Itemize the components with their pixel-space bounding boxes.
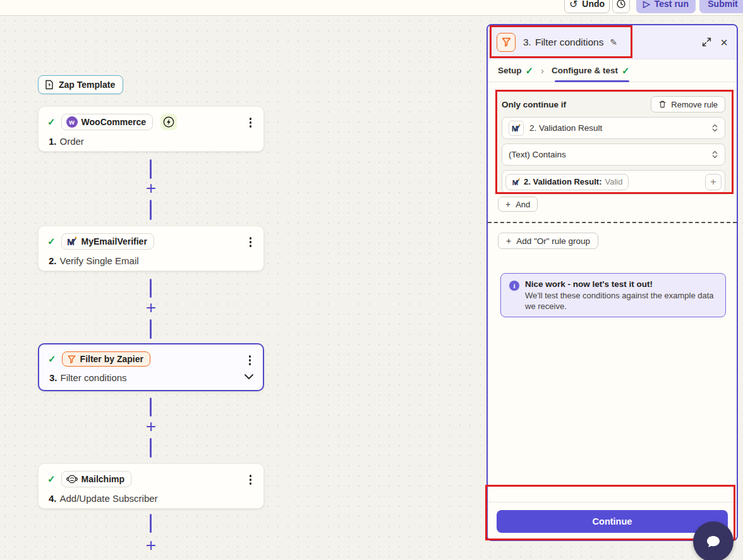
filter-funnel-icon [67,355,76,364]
app-pill-label: MyEmailVerifier [82,236,147,247]
app-pill-myemailverifier[interactable]: M MyEmailVerifier [61,233,154,250]
app-pill-filter-by-zapier[interactable]: Filter by Zapier [62,351,150,367]
tab-setup[interactable]: Setup ✓ [498,65,533,76]
operator-select-value: (Text) Contains [509,150,566,159]
test-run-label: Test run [655,0,689,9]
lightning-icon [162,116,175,128]
panel-body: Only continue if Remove rule M 2. Va [488,82,737,502]
history-button[interactable] [612,0,630,13]
tab-setup-label: Setup [498,66,522,75]
collapse-step-button[interactable] [244,371,254,382]
zap-template-button[interactable]: Zap Template [38,75,123,94]
add-or-rule-group-button[interactable]: + Add "Or" rule group [498,233,598,249]
connector-line [150,514,152,533]
field-select[interactable]: M 2. Validation Result [502,117,725,139]
myemailverifier-logo-icon: M [512,178,521,186]
tab-configure-test[interactable]: Configure & test ✓ [552,65,630,76]
step-title: Verify Single Email [60,255,139,266]
step-title: Order [60,136,84,147]
connector-line [150,319,152,339]
expand-panel-button[interactable] [699,35,714,49]
chip-value: Valid [605,177,623,186]
panel-title: 3. Filter conditions ✎ [523,37,617,48]
submit-label: Submit [708,0,737,9]
step-card-4-add-subscriber[interactable]: ✓ Mailchimp 4.Add/Update Subscriber [38,463,264,509]
panel-title-text: Filter conditions [535,37,604,48]
instant-trigger-badge [160,114,177,130]
undo-label: Undo [582,0,605,9]
clock-icon [616,0,626,9]
operator-select[interactable]: (Text) Contains [502,143,725,166]
step-title: Add/Update Subscriber [60,493,158,504]
app-pill-mailchimp[interactable]: Mailchimp [61,471,131,487]
step-menu-button[interactable] [248,473,254,487]
tab-configure-label: Configure & test [552,66,618,75]
edit-title-icon[interactable]: ✎ [610,37,617,47]
add-step-button[interactable]: + [143,181,159,195]
myemailverifier-logo-icon: M [509,121,524,136]
notice-body: We'll test these conditions against the … [525,291,721,312]
step-number: 2. [49,255,57,266]
step-success-check-icon: ✓ [47,236,56,247]
step-number: 4. [49,493,57,504]
step-success-check-icon: ✓ [47,473,56,485]
mapped-field-chip[interactable]: M 2. Validation Result: Valid [505,174,629,190]
plus-icon: + [506,236,511,246]
remove-rule-button[interactable]: Remove rule [651,96,725,113]
woocommerce-logo-icon: w [66,116,78,128]
step-success-check-icon: ✓ [47,116,56,128]
step-menu-button[interactable] [247,353,253,367]
info-icon: i [509,281,519,291]
chevron-down-icon [244,374,254,380]
connector-line [150,398,152,417]
document-bolt-icon [44,80,54,90]
play-icon: ▷ [643,0,650,9]
chat-launcher-button[interactable] [693,521,734,560]
mailchimp-logo-icon [66,473,78,485]
step-menu-button[interactable] [248,235,254,249]
step-number: 1. [49,136,57,147]
app-pill-label: WooCommerce [82,117,146,127]
zap-template-label: Zap Template [59,80,115,90]
value-input[interactable]: M 2. Validation Result: Valid + [502,170,725,193]
step-card-3-filter-conditions[interactable]: ✓ Filter by Zapier 3.Filter conditions [38,343,264,391]
and-button-label: And [516,200,530,209]
submit-button[interactable]: Submit [699,0,743,13]
app-pill-label: Filter by Zapier [80,354,143,364]
undo-button[interactable]: ↺ Undo [564,0,610,13]
chip-label: 2. Validation Result: [524,177,602,186]
plus-icon: + [505,199,510,209]
test-run-button[interactable]: ▷ Test run [636,0,696,13]
step-card-1-order[interactable]: ✓ w WooCommerce 1.Order [38,106,264,152]
chevron-right-icon: › [541,65,544,76]
or-group-separator [488,222,737,223]
myemailverifier-logo-icon: M [66,236,78,247]
connector-line [150,159,152,179]
add-step-button[interactable]: + [143,300,159,315]
step-menu-button[interactable] [248,116,254,130]
panel-title-number: 3. [523,37,531,48]
close-panel-button[interactable]: × [720,36,728,49]
step-config-panel: 3. Filter conditions ✎ × Setup ✓ › Confi… [486,24,738,541]
panel-header: 3. Filter conditions ✎ × [488,25,737,59]
add-step-button[interactable]: + [143,538,159,552]
undo-icon: ↺ [569,0,577,10]
remove-rule-label: Remove rule [671,100,718,109]
tab-complete-check-icon: ✓ [622,65,630,76]
select-caret-icon [711,123,718,133]
step-success-check-icon: ✓ [48,353,56,365]
app-pill-label: Mailchimp [82,474,124,484]
insert-field-button[interactable]: + [705,174,722,190]
continue-button[interactable]: Continue [497,510,728,533]
step-number: 3. [49,372,57,383]
top-toolbar: ↺ Undo ▷ Test run Submit [0,0,743,16]
select-caret-icon [711,150,718,159]
add-step-button[interactable]: + [143,419,159,434]
connector-line [150,438,152,458]
step-card-2-verify-email[interactable]: ✓ M MyEmailVerifier 2.Verify Single Emai… [38,226,264,271]
filter-funnel-icon [501,37,512,47]
add-and-condition-button[interactable]: + And [498,197,538,212]
app-pill-woocommerce[interactable]: w WooCommerce [61,114,153,130]
notice-title: Nice work - now let's test it out! [525,279,718,289]
panel-tabs: Setup ✓ › Configure & test ✓ [488,59,737,82]
